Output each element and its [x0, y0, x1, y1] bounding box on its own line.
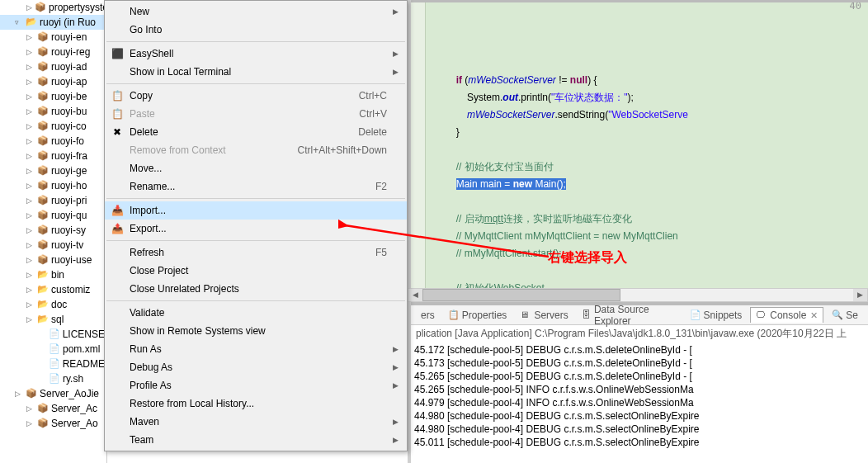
close-icon[interactable]: ✕ — [810, 310, 818, 321]
tree-node-icon: 📂 — [26, 17, 37, 28]
menu-item-close-unrelated-projects[interactable]: Close Unrelated Projects — [105, 280, 407, 298]
tree-item[interactable]: 📄ry.sh — [0, 371, 106, 386]
tree-item[interactable]: ▷📂bin — [0, 267, 106, 282]
expand-arrow-icon[interactable]: ▷ — [26, 107, 35, 116]
tree-item[interactable]: ▷📦ruoyi-ge — [0, 163, 106, 178]
tab-data-source[interactable]: 🗄Data Source Explorer — [577, 302, 682, 328]
tab-markers[interactable]: ers — [416, 308, 440, 323]
menu-item-show-in-remote-systems-view[interactable]: Show in Remote Systems view — [105, 322, 407, 340]
expand-arrow-icon[interactable]: ▷ — [26, 404, 35, 413]
tree-item[interactable]: ▷📦ruoyi-ho — [0, 178, 106, 193]
expand-arrow-icon[interactable]: ▷ — [26, 286, 35, 294]
horizontal-scrollbar[interactable]: ◀ ▶ — [408, 288, 868, 302]
menu-item-import[interactable]: 📥Import... — [105, 201, 407, 220]
tree-item[interactable]: ▷📦ruoyi-fra — [0, 149, 106, 163]
tree-item[interactable]: ▷📂sql — [0, 312, 106, 327]
tree-item[interactable]: ▷📦ruoyi-fo — [0, 134, 106, 149]
expand-arrow-icon[interactable]: ▷ — [26, 167, 35, 175]
menu-item-easyshell[interactable]: ⬛EasyShell▶ — [105, 45, 407, 63]
tree-item[interactable]: ▷📦rouyi-reg — [0, 45, 106, 59]
menu-item-refresh[interactable]: RefreshF5 — [105, 243, 407, 262]
menu-label: Close Unrelated Projects — [126, 283, 387, 295]
expand-arrow-icon[interactable]: ▷ — [26, 226, 35, 234]
tree-item[interactable]: ▷📦ruoyi-bu — [0, 104, 106, 119]
expand-arrow-icon[interactable]: ▷ — [26, 137, 35, 145]
expand-arrow-icon[interactable]: ▷ — [26, 315, 35, 324]
project-explorer[interactable]: ▷📦propertysystem▿📂ruoyi (in Ruo▷📦rouyi-e… — [0, 0, 107, 463]
expand-arrow-icon[interactable]: ▷ — [26, 63, 35, 71]
tree-label: ruoyi-qu — [51, 210, 87, 221]
tree-item[interactable]: ▷📂customiz — [0, 282, 106, 297]
tree-item[interactable]: ▷📦ruoyi-ad — [0, 59, 106, 74]
menu-item-export[interactable]: 📤Export... — [105, 220, 407, 238]
menu-item-move[interactable]: Move... — [105, 159, 407, 177]
menu-item-new[interactable]: New▶ — [105, 2, 407, 21]
tree-label: customiz — [51, 284, 90, 295]
tree-label: ruoyi-bu — [51, 106, 87, 117]
tree-item[interactable]: 📄LICENSE — [0, 327, 106, 342]
expand-arrow-icon[interactable]: ▷ — [26, 419, 35, 428]
tree-item[interactable]: ▿📂ruoyi (in Ruo — [0, 15, 106, 30]
tree-item[interactable]: ▷📦rouyi-en — [0, 30, 106, 45]
scroll-right-button[interactable]: ▶ — [853, 289, 867, 301]
menu-item-debug-as[interactable]: Debug As▶ — [105, 358, 407, 376]
expand-arrow-icon[interactable]: ▷ — [26, 196, 35, 205]
expand-arrow-icon[interactable]: ▷ — [26, 152, 35, 160]
code-editor[interactable]: 40 if (mWebSocketServer != null) { Syste… — [411, 0, 868, 302]
expand-arrow-icon[interactable]: ▷ — [26, 92, 35, 101]
tree-item[interactable]: ▷📦ruoyi-use — [0, 253, 106, 267]
tree-item[interactable]: ▷📦ruoyi-qu — [0, 208, 106, 223]
menu-item-restore-from-local-history[interactable]: Restore from Local History... — [105, 394, 407, 413]
menu-item-delete[interactable]: ✖DeleteDelete — [105, 123, 407, 141]
expand-arrow-icon[interactable]: ▷ — [26, 78, 35, 86]
tree-label: rouyi-en — [51, 31, 87, 43]
expand-arrow-icon[interactable]: ▷ — [26, 300, 35, 309]
tree-item[interactable]: ▷📦Server_AoJie — [0, 386, 106, 401]
menu-item-team[interactable]: Team▶ — [105, 431, 407, 449]
tab-properties[interactable]: 📋Properties — [443, 308, 512, 323]
expand-arrow-icon[interactable]: ▷ — [26, 33, 35, 41]
tree-item[interactable]: 📄pom.xml — [0, 342, 106, 357]
expand-arrow-icon[interactable]: ▿ — [15, 18, 23, 26]
expand-arrow-icon[interactable]: ▷ — [26, 122, 35, 130]
tab-console[interactable]: 🖵Console✕ — [750, 307, 823, 323]
tree-item[interactable]: ▷📦ruoyi-tv — [0, 238, 106, 253]
tree-item[interactable]: ▷📦ruoyi-be — [0, 89, 106, 104]
expand-arrow-icon[interactable]: ▷ — [26, 48, 35, 56]
menu-item-copy[interactable]: 📋CopyCtrl+C — [105, 87, 407, 105]
menu-item-rename[interactable]: Rename...F2 — [105, 177, 407, 196]
menu-item-show-in-local-terminal[interactable]: Show in Local Terminal▶ — [105, 63, 407, 81]
tree-label: ruoyi-fo — [51, 135, 84, 147]
tree-item[interactable]: ▷📦Server_Ac — [0, 401, 106, 416]
menu-item-run-as[interactable]: Run As▶ — [105, 340, 407, 358]
tree-item[interactable]: 📄README — [0, 357, 106, 371]
scroll-left-button[interactable]: ◀ — [408, 289, 422, 301]
expand-arrow-icon[interactable]: ▷ — [26, 271, 35, 279]
tree-item[interactable]: ▷📦ruoyi-ap — [0, 74, 106, 89]
tree-item[interactable]: ▷📦propertysystem — [0, 0, 106, 15]
tab-servers[interactable]: 🖥Servers — [515, 308, 573, 323]
tree-node-icon: 📦 — [35, 2, 46, 13]
expand-arrow-icon[interactable]: ▷ — [26, 3, 32, 12]
expand-arrow-icon[interactable]: ▷ — [15, 390, 23, 398]
tree-item[interactable]: ▷📦Server_Ao — [0, 416, 106, 431]
menu-item-validate[interactable]: Validate — [105, 304, 407, 322]
tree-item[interactable]: ▷📦ruoyi-co — [0, 119, 106, 134]
menu-item-profile-as[interactable]: Profile As▶ — [105, 376, 407, 394]
console-output[interactable]: 45.172 [schedule-pool-5] DEBUG c.r.s.m.S… — [411, 343, 868, 463]
menu-item-maven[interactable]: Maven▶ — [105, 413, 407, 431]
menu-item-close-project[interactable]: Close Project — [105, 262, 407, 280]
expand-arrow-icon[interactable]: ▷ — [26, 211, 35, 220]
menu-item-go-into[interactable]: Go Into — [105, 21, 407, 39]
scroll-thumb[interactable] — [422, 289, 620, 301]
tab-snippets[interactable]: 📄Snippets — [685, 308, 748, 323]
tree-node-icon: 📦 — [37, 165, 49, 177]
tree-item[interactable]: ▷📂doc — [0, 297, 106, 312]
tree-label: pom.xml — [63, 343, 100, 355]
expand-arrow-icon[interactable]: ▷ — [26, 241, 35, 249]
expand-arrow-icon[interactable]: ▷ — [26, 256, 35, 264]
expand-arrow-icon[interactable]: ▷ — [26, 182, 35, 190]
tree-item[interactable]: ▷📦ruoyi-sy — [0, 223, 106, 238]
tab-search[interactable]: 🔍Se — [827, 308, 863, 323]
tree-item[interactable]: ▷📦ruoyi-pri — [0, 193, 106, 208]
